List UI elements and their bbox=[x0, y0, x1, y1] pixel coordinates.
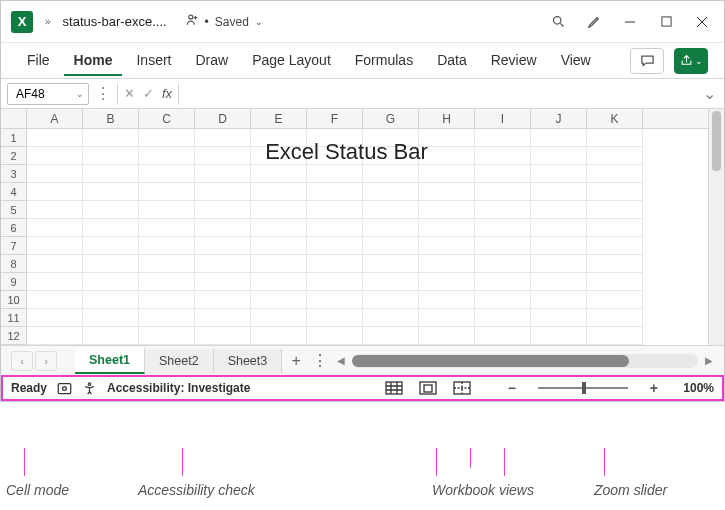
cell[interactable] bbox=[419, 327, 475, 345]
spreadsheet-grid[interactable]: A B C D E F G H I J K 123456789101112 Ex… bbox=[1, 109, 724, 345]
column-header[interactable]: F bbox=[307, 109, 363, 128]
cell[interactable] bbox=[195, 219, 251, 237]
zoom-out-button[interactable]: − bbox=[504, 380, 520, 396]
column-header[interactable]: B bbox=[83, 109, 139, 128]
cell[interactable] bbox=[475, 237, 531, 255]
cell[interactable] bbox=[419, 165, 475, 183]
zoom-percent[interactable]: 100% bbox=[672, 381, 714, 395]
column-header[interactable]: H bbox=[419, 109, 475, 128]
cell[interactable] bbox=[251, 165, 307, 183]
cell[interactable] bbox=[587, 327, 643, 345]
cell[interactable] bbox=[139, 183, 195, 201]
cell[interactable] bbox=[195, 255, 251, 273]
cell[interactable] bbox=[307, 201, 363, 219]
formula-input[interactable] bbox=[183, 83, 696, 105]
row-header[interactable]: 4 bbox=[1, 183, 27, 201]
cell[interactable] bbox=[195, 165, 251, 183]
cell[interactable] bbox=[363, 165, 419, 183]
cancel-icon[interactable]: ✕ bbox=[124, 86, 135, 101]
cell[interactable] bbox=[419, 219, 475, 237]
cell[interactable] bbox=[251, 201, 307, 219]
cell[interactable] bbox=[139, 165, 195, 183]
cell[interactable] bbox=[27, 291, 83, 309]
cell[interactable] bbox=[475, 165, 531, 183]
cell[interactable] bbox=[251, 309, 307, 327]
column-header[interactable]: C bbox=[139, 109, 195, 128]
cell[interactable] bbox=[251, 255, 307, 273]
cell[interactable] bbox=[27, 219, 83, 237]
cell[interactable] bbox=[531, 201, 587, 219]
ribbon-tab-review[interactable]: Review bbox=[481, 46, 547, 76]
cell[interactable] bbox=[307, 273, 363, 291]
cell[interactable] bbox=[139, 219, 195, 237]
cell[interactable] bbox=[587, 291, 643, 309]
cell[interactable] bbox=[419, 255, 475, 273]
row-header[interactable]: 7 bbox=[1, 237, 27, 255]
row-header[interactable]: 3 bbox=[1, 165, 27, 183]
cell[interactable] bbox=[419, 237, 475, 255]
cell[interactable] bbox=[251, 291, 307, 309]
cell[interactable] bbox=[475, 201, 531, 219]
row-header[interactable]: 6 bbox=[1, 219, 27, 237]
ribbon-tab-view[interactable]: View bbox=[551, 46, 601, 76]
enter-icon[interactable]: ✓ bbox=[143, 86, 154, 101]
page-layout-view-button[interactable] bbox=[416, 379, 440, 397]
close-button[interactable] bbox=[684, 7, 720, 37]
sheet-nav-prev[interactable]: ‹ bbox=[11, 351, 33, 371]
column-header[interactable]: D bbox=[195, 109, 251, 128]
sheet-more-icon[interactable]: ⋮ bbox=[310, 351, 330, 370]
save-status[interactable]: • Saved ⌄ bbox=[185, 13, 263, 30]
ribbon-tab-home[interactable]: Home bbox=[64, 46, 123, 76]
cell[interactable] bbox=[531, 273, 587, 291]
ribbon-tab-file[interactable]: File bbox=[17, 46, 60, 76]
cell[interactable] bbox=[587, 183, 643, 201]
ribbon-tab-data[interactable]: Data bbox=[427, 46, 477, 76]
cell[interactable] bbox=[195, 273, 251, 291]
cell[interactable] bbox=[587, 165, 643, 183]
ribbon-tab-formulas[interactable]: Formulas bbox=[345, 46, 423, 76]
cell[interactable] bbox=[363, 273, 419, 291]
status-accessibility-label[interactable]: Accessibility: Investigate bbox=[107, 381, 250, 395]
horizontal-scrollbar[interactable]: ◀ ▶ bbox=[330, 354, 720, 368]
cell[interactable] bbox=[27, 165, 83, 183]
cell[interactable] bbox=[307, 327, 363, 345]
cell[interactable] bbox=[27, 309, 83, 327]
document-filename[interactable]: status-bar-exce.... bbox=[63, 14, 167, 29]
cell[interactable] bbox=[83, 201, 139, 219]
cell[interactable] bbox=[139, 255, 195, 273]
column-header[interactable]: K bbox=[587, 109, 643, 128]
cell[interactable] bbox=[363, 291, 419, 309]
cell[interactable] bbox=[307, 255, 363, 273]
column-header[interactable]: J bbox=[531, 109, 587, 128]
pen-icon[interactable] bbox=[576, 7, 612, 37]
cell[interactable] bbox=[587, 237, 643, 255]
cell[interactable] bbox=[419, 183, 475, 201]
cell[interactable] bbox=[195, 237, 251, 255]
row-header[interactable]: 9 bbox=[1, 273, 27, 291]
cell[interactable] bbox=[531, 327, 587, 345]
zoom-slider-thumb[interactable] bbox=[582, 382, 586, 394]
scroll-left-icon[interactable]: ◀ bbox=[334, 355, 348, 366]
cell[interactable] bbox=[307, 309, 363, 327]
sheet-nav-next[interactable]: › bbox=[35, 351, 57, 371]
fx-icon[interactable]: fx bbox=[162, 86, 172, 101]
cell[interactable] bbox=[531, 255, 587, 273]
row-header[interactable]: 5 bbox=[1, 201, 27, 219]
sheet-tab[interactable]: Sheet1 bbox=[75, 348, 145, 374]
cell[interactable] bbox=[139, 273, 195, 291]
cell[interactable] bbox=[419, 201, 475, 219]
cell[interactable] bbox=[83, 165, 139, 183]
macro-record-icon[interactable] bbox=[57, 382, 72, 395]
zoom-in-button[interactable]: + bbox=[646, 380, 662, 396]
row-header[interactable]: 12 bbox=[1, 327, 27, 345]
sheet-tab[interactable]: Sheet3 bbox=[214, 349, 283, 373]
accessibility-icon[interactable] bbox=[82, 381, 97, 396]
cell[interactable] bbox=[363, 183, 419, 201]
ribbon-tab-draw[interactable]: Draw bbox=[185, 46, 238, 76]
column-header[interactable]: E bbox=[251, 109, 307, 128]
row-header[interactable]: 11 bbox=[1, 309, 27, 327]
row-header[interactable]: 8 bbox=[1, 255, 27, 273]
comments-button[interactable] bbox=[630, 48, 664, 74]
column-header[interactable]: A bbox=[27, 109, 83, 128]
cell[interactable] bbox=[83, 219, 139, 237]
